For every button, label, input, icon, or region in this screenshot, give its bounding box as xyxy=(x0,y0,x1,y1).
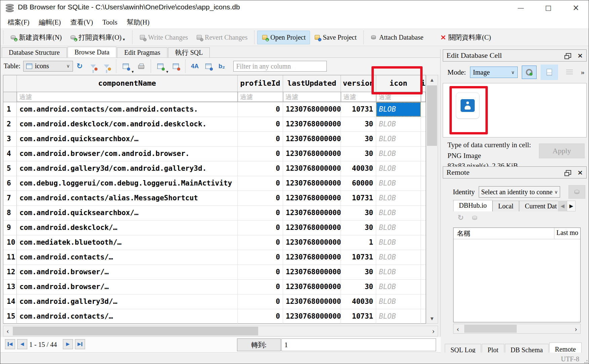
open-database-button[interactable]: ▸ 打開資料庫(O) ▼ xyxy=(66,30,130,45)
cell-name[interactable]: com.android.gallery3d/… xyxy=(17,294,238,309)
cell-ver[interactable]: 40030 xyxy=(341,161,376,176)
cell-pid[interactable]: 0 xyxy=(238,176,283,191)
cell-icon[interactable]: BLOB xyxy=(376,147,421,161)
tab-browse-data[interactable]: Browse Data xyxy=(68,47,117,57)
cell-pid[interactable]: 0 xyxy=(238,294,283,309)
tab-edit-pragmas[interactable]: Edit Pragmas xyxy=(117,47,167,57)
col-profileId[interactable]: profileId xyxy=(238,75,283,92)
cell-num[interactable]: 8 xyxy=(3,206,17,220)
cell-stub[interactable] xyxy=(421,235,426,250)
grid-hscroll-thumb[interactable] xyxy=(13,327,258,335)
cell-name[interactable]: com.mediatek.bluetooth/… xyxy=(17,235,238,250)
cell-pid[interactable]: 0 xyxy=(238,147,283,161)
cell-icon[interactable]: BLOB xyxy=(376,235,421,250)
cell-icon[interactable]: BLOB xyxy=(376,176,421,191)
scroll-up-icon[interactable]: ▲ xyxy=(426,75,438,85)
cell-stub[interactable] xyxy=(421,250,426,265)
cell-pid[interactable]: 0 xyxy=(238,102,283,117)
cell-ver[interactable]: 30 xyxy=(341,280,376,294)
tab-database-structure[interactable]: Database Structure xyxy=(2,47,67,57)
cell-icon[interactable]: BLOB xyxy=(376,309,421,324)
cell-stub[interactable] xyxy=(421,309,426,324)
cell-upd[interactable]: 1230768000000 xyxy=(283,102,341,117)
dock-splitter[interactable] xyxy=(440,49,441,336)
save-results-dropdown-icon[interactable]: ▼ xyxy=(131,70,134,74)
cell-num[interactable]: 14 xyxy=(3,294,17,309)
cell-name[interactable]: com.android.gallery3d/com.android.galler… xyxy=(17,161,238,176)
next-record-button[interactable]: ▶ xyxy=(63,339,73,349)
cell-icon[interactable]: BLOB xyxy=(376,102,421,117)
menu-view[interactable]: 查看(V) xyxy=(66,17,97,28)
scroll-right-icon[interactable]: › xyxy=(429,326,438,336)
minimize-button[interactable]: — xyxy=(513,2,529,13)
first-record-button[interactable]: ◀ xyxy=(5,339,15,349)
cell-icon[interactable]: BLOB xyxy=(376,117,421,131)
col-lastUpdated[interactable]: lastUpdated xyxy=(283,75,341,92)
cell-upd[interactable]: 1230768000000 xyxy=(283,220,341,235)
cell-name[interactable]: com.android.quicksearchbox/… xyxy=(17,206,238,220)
cell-stub[interactable] xyxy=(421,191,426,205)
write-changes-button[interactable]: Write Changes xyxy=(135,31,192,44)
cell-icon[interactable]: BLOB xyxy=(376,206,421,220)
cell-stub[interactable] xyxy=(421,265,426,279)
cell-pid[interactable]: 0 xyxy=(238,206,283,220)
cell-stub[interactable] xyxy=(421,206,426,220)
cell-num[interactable]: 4 xyxy=(3,147,17,161)
cell-upd[interactable]: 1230768000000 xyxy=(283,265,341,279)
text-view-button[interactable] xyxy=(541,65,558,80)
cell-upd[interactable]: 1230768000000 xyxy=(283,176,341,191)
cell-name[interactable]: com.android.contacts/com.android.contact… xyxy=(17,102,238,117)
resize-grip-icon[interactable] xyxy=(584,359,589,364)
cell-icon[interactable]: BLOB xyxy=(376,191,421,205)
close-button[interactable]: × xyxy=(568,2,584,13)
cell-num[interactable]: 7 xyxy=(3,191,17,205)
filter-componentName[interactable]: 過濾 xyxy=(17,92,238,102)
cell-ver[interactable]: 1 xyxy=(341,235,376,250)
cell-upd[interactable]: 1230768000000 xyxy=(283,235,341,250)
cell-upd[interactable]: 1230768000000 xyxy=(283,206,341,220)
cell-stub[interactable] xyxy=(421,294,426,309)
cell-stub[interactable] xyxy=(421,132,426,146)
cell-upd[interactable]: 1230768000000 xyxy=(283,147,341,161)
cell-ver[interactable]: 30 xyxy=(341,220,376,235)
cell-stub[interactable] xyxy=(421,102,426,117)
cell-ver[interactable]: 40030 xyxy=(341,294,376,309)
cell-icon[interactable]: BLOB xyxy=(376,132,421,146)
cell-upd[interactable]: 1230768000000 xyxy=(283,161,341,176)
remote-upload-icon[interactable] xyxy=(472,216,477,220)
remote-col-name[interactable]: 名稱 xyxy=(454,228,554,239)
cell-stub[interactable] xyxy=(421,161,426,176)
tab-dbhub[interactable]: DBHub.io xyxy=(453,200,493,211)
menu-file[interactable]: 檔案(F) xyxy=(4,17,33,28)
cell-pid[interactable]: 0 xyxy=(238,265,283,279)
clone-database-button[interactable] xyxy=(568,185,585,199)
cell-stub[interactable] xyxy=(421,147,426,161)
cell-ver[interactable]: 30 xyxy=(341,206,376,220)
cell-stub[interactable] xyxy=(421,176,426,191)
col-version[interactable]: version xyxy=(341,75,376,92)
cell-ver[interactable]: 10731 xyxy=(341,309,376,324)
print-button[interactable] xyxy=(137,62,146,71)
tab-scroll-left-icon[interactable]: ◀ xyxy=(558,201,567,211)
menu-help[interactable]: 幫助(H) xyxy=(123,17,154,28)
cell-upd[interactable]: 1230768000000 xyxy=(283,294,341,309)
overflow-button[interactable]: » xyxy=(581,68,584,77)
attach-database-button[interactable]: Attach Database xyxy=(366,31,428,44)
cell-name[interactable]: com.debug.loggerui/com.debug.loggerui.Ma… xyxy=(17,176,238,191)
cell-name[interactable]: com.android.quicksearchbox/… xyxy=(17,132,238,146)
refresh-button[interactable]: ↻ xyxy=(75,62,84,71)
cell-stub[interactable] xyxy=(421,280,426,294)
filter-lastUpdated[interactable]: 過濾 xyxy=(283,92,341,102)
cell-pid[interactable]: 0 xyxy=(238,309,283,324)
new-database-button[interactable]: + 新建資料庫(N) xyxy=(6,30,66,45)
table-select[interactable]: icons ∨ xyxy=(23,61,73,72)
float-panel-icon[interactable] xyxy=(566,170,571,175)
format-b-button[interactable]: b₂ xyxy=(218,62,226,71)
cell-ver[interactable]: 30 xyxy=(341,265,376,279)
cell-upd[interactable]: 1230768000000 xyxy=(283,132,341,146)
menu-tools[interactable]: Tools xyxy=(99,17,121,27)
cell-name[interactable]: com.android.deskclock/… xyxy=(17,220,238,235)
cell-stub[interactable] xyxy=(421,220,426,235)
cell-name[interactable]: com.android.contacts/… xyxy=(17,250,238,265)
filter-version[interactable]: 過濾 xyxy=(341,92,376,102)
